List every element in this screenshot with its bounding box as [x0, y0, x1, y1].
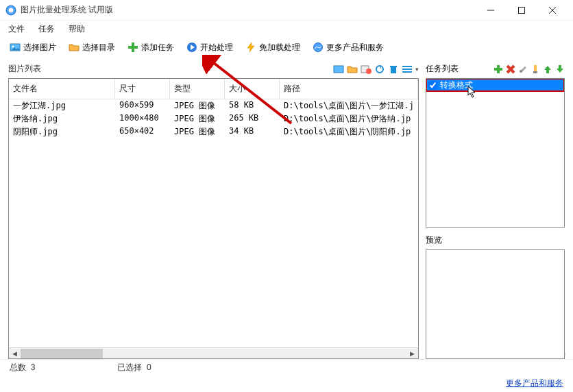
plus-icon [127, 42, 138, 53]
image-list-title: 图片列表 [8, 63, 333, 75]
svg-point-16 [376, 66, 383, 73]
scan-icon[interactable] [361, 64, 371, 74]
add-task-button[interactable]: 添加任务 [123, 40, 178, 55]
start-process-button[interactable]: 开始处理 [182, 40, 237, 55]
window-title: 图片批量处理系统 试用版 [21, 4, 475, 16]
select-folder-button[interactable]: 选择目录 [64, 40, 119, 55]
app-icon [5, 5, 16, 16]
task-settings-icon[interactable] [518, 64, 528, 74]
menubar: 文件 任务 帮助 [0, 21, 573, 37]
play-icon [186, 42, 197, 53]
folder-small-icon[interactable] [347, 64, 358, 74]
preview-box [426, 249, 565, 359]
column-size[interactable]: 大小 [225, 79, 280, 99]
svg-rect-20 [402, 69, 412, 70]
image-list-toolbar: ▾ [333, 64, 419, 74]
scroll-right-icon[interactable]: ▶ [407, 350, 418, 357]
svg-point-15 [366, 69, 371, 74]
task-delete-icon[interactable] [506, 64, 515, 74]
svg-point-7 [12, 46, 14, 48]
column-path[interactable]: 路径 [280, 79, 418, 99]
file-table[interactable]: 文件名 尺寸 类型 大小 路径 一梦江湖.jpg 960×599 JPEG 图像… [8, 78, 419, 359]
task-add-icon[interactable] [493, 64, 503, 74]
scroll-thumb[interactable] [21, 349, 103, 358]
preview-pane: 预览 [426, 234, 565, 359]
status-selected: 已选择 0 [117, 362, 151, 373]
thumbnail-icon[interactable] [333, 64, 344, 74]
svg-rect-9 [128, 46, 138, 49]
statusbar: 总数 3 已选择 0 [0, 359, 573, 376]
menu-task[interactable]: 任务 [38, 23, 55, 35]
task-brush-icon[interactable] [531, 64, 540, 74]
maximize-button[interactable] [506, 1, 537, 20]
titlebar: 图片批量处理系统 试用版 [0, 0, 573, 21]
more-products-button[interactable]: 更多产品和服务 [308, 40, 388, 55]
toolbar: 选择图片 选择目录 添加任务 开始处理 免加载处理 更多产品和服务 [0, 37, 573, 58]
horizontal-scrollbar[interactable]: ◀ ▶ [9, 347, 418, 358]
annotation-highlight: 转换格式 [426, 78, 565, 92]
file-table-header: 文件名 尺寸 类型 大小 路径 [9, 79, 418, 99]
column-type[interactable]: 类型 [170, 79, 225, 99]
svg-rect-19 [402, 66, 412, 67]
menu-file[interactable]: 文件 [8, 23, 25, 35]
column-dimensions[interactable]: 尺寸 [115, 79, 170, 99]
status-total: 总数 3 [10, 362, 35, 373]
menu-help[interactable]: 帮助 [69, 23, 85, 35]
svg-point-1 [9, 8, 14, 12]
bolt-icon [245, 42, 256, 53]
footer-more-products-link[interactable]: 更多产品和服务 [506, 378, 563, 389]
svg-rect-21 [402, 71, 412, 73]
task-list-pane: 任务列表 转换格式 [426, 63, 565, 228]
task-move-up-icon[interactable] [543, 64, 552, 74]
image-list-pane: 图片列表 ▾ 文件名 尺寸 类型 大小 路径 一梦江湖.jpg [8, 63, 419, 359]
svg-rect-17 [391, 67, 396, 73]
select-image-button[interactable]: 选择图片 [5, 40, 60, 55]
table-row[interactable]: 阴阳师.jpg 650×402 JPEG 图像 34 KB D:\tools\桌… [9, 125, 418, 138]
free-plugin-button[interactable]: 免加载处理 [241, 40, 304, 55]
svg-point-27 [520, 70, 522, 73]
task-list-title: 任务列表 [426, 63, 493, 75]
svg-rect-13 [334, 66, 343, 73]
view-mode-icon[interactable] [402, 64, 413, 74]
file-table-body: 一梦江湖.jpg 960×599 JPEG 图像 58 KB D:\tools\… [9, 99, 418, 347]
svg-rect-3 [518, 7, 524, 13]
table-row[interactable]: 一梦江湖.jpg 960×599 JPEG 图像 58 KB D:\tools\… [9, 99, 418, 112]
svg-rect-18 [390, 66, 397, 67]
task-checkbox[interactable] [428, 81, 437, 90]
column-name[interactable]: 文件名 [9, 79, 115, 99]
svg-rect-29 [533, 71, 537, 73]
dropdown-icon[interactable]: ▾ [415, 66, 419, 73]
picture-icon [10, 42, 21, 53]
scroll-left-icon[interactable]: ◀ [9, 350, 20, 357]
task-item-convert-format[interactable]: 转换格式 [427, 79, 563, 90]
close-button[interactable] [537, 1, 568, 20]
task-list-box[interactable]: 转换格式 [426, 78, 565, 228]
folder-icon [69, 42, 80, 53]
recycle-icon[interactable] [374, 64, 385, 74]
minimize-button[interactable] [475, 1, 506, 20]
trash-icon[interactable] [388, 64, 399, 74]
preview-title: 预览 [426, 234, 565, 246]
task-move-down-icon[interactable] [555, 64, 565, 74]
table-row[interactable]: 伊洛纳.jpg 1000×480 JPEG 图像 265 KB D:\tools… [9, 112, 418, 125]
svg-rect-23 [494, 68, 502, 71]
svg-rect-28 [534, 65, 537, 71]
globe-icon [313, 42, 324, 53]
